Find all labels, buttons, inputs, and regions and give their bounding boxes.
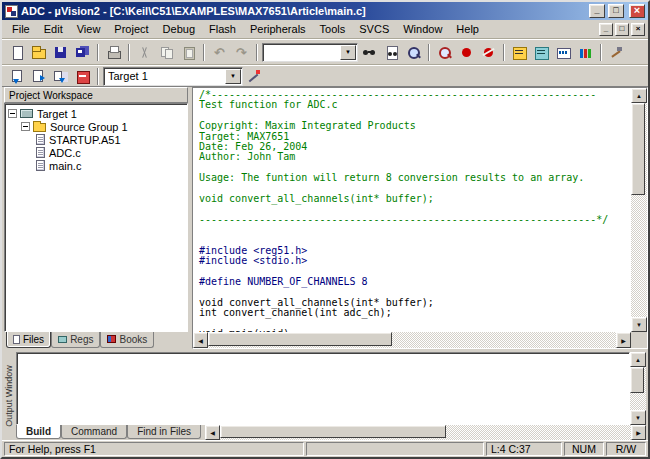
save-all-icon[interactable] — [72, 43, 93, 62]
options-icon[interactable] — [606, 43, 627, 62]
editor-vertical-scrollbar[interactable]: ▲ ▼ — [631, 88, 647, 332]
output-tab-bar: Build Command Find in Files — [16, 425, 201, 440]
translate-icon[interactable] — [6, 67, 27, 86]
tab-books[interactable]: Books — [100, 332, 154, 348]
menu-tools[interactable]: Tools — [313, 21, 353, 37]
find-combo[interactable]: ▼ — [262, 43, 358, 62]
menu-file[interactable]: File — [5, 21, 37, 37]
toolbar-separator — [97, 44, 99, 61]
tab-regs[interactable]: Regs — [51, 332, 100, 348]
scroll-down-icon[interactable]: ▼ — [631, 317, 647, 332]
restore-button[interactable]: □ — [608, 4, 624, 18]
tree-item-source-group-1[interactable]: Source Group 1 — [6, 120, 186, 133]
workspace-header: Project Workspace — [4, 87, 188, 103]
scrollbar-thumb[interactable] — [220, 425, 446, 438]
tab-files[interactable]: Files — [6, 332, 51, 348]
cut-icon[interactable] — [134, 43, 155, 62]
build-output-content[interactable] — [16, 352, 630, 425]
scroll-right-icon[interactable]: ▶ — [631, 425, 646, 440]
scrollbar-track[interactable] — [631, 103, 647, 317]
tab-find-in-files[interactable]: Find in Files — [127, 425, 201, 439]
performance-analyzer-icon[interactable] — [575, 43, 596, 62]
scrollbar-thumb[interactable] — [631, 103, 645, 195]
memory-window-icon[interactable] — [531, 43, 552, 62]
redo-icon[interactable]: ↷ — [231, 43, 252, 62]
menu-window[interactable]: Window — [396, 21, 449, 37]
target-select-combo[interactable]: Target 1 ▼ — [103, 67, 243, 86]
menu-edit[interactable]: Edit — [37, 21, 70, 37]
scroll-left-icon[interactable]: ◀ — [205, 425, 220, 440]
mdi-close-button[interactable]: × — [631, 23, 645, 36]
code-line — [199, 225, 631, 235]
open-icon[interactable] — [28, 43, 49, 62]
target-options-icon[interactable] — [244, 67, 265, 86]
watch-window-icon[interactable] — [509, 43, 530, 62]
menu-svcs[interactable]: SVCS — [352, 21, 396, 37]
print-icon[interactable] — [103, 43, 124, 62]
scrollbar-track[interactable] — [220, 425, 631, 440]
app-icon[interactable] — [5, 5, 18, 18]
close-button[interactable]: × — [629, 4, 645, 18]
find-in-files-icon[interactable] — [381, 43, 402, 62]
tree-item-startup-a51[interactable]: STARTUP.A51 — [6, 133, 186, 146]
collapse-icon[interactable] — [21, 122, 30, 131]
scroll-up-icon[interactable]: ▲ — [630, 352, 646, 367]
scroll-right-icon[interactable]: ▶ — [616, 332, 631, 348]
new-file-icon[interactable] — [6, 43, 27, 62]
menu-flash[interactable]: Flash — [202, 21, 243, 37]
scrollbar-track[interactable] — [208, 332, 616, 348]
output-vertical-scrollbar[interactable]: ▲ ▼ — [630, 352, 646, 425]
mdi-restore-button[interactable]: □ — [615, 23, 629, 36]
scrollbar-thumb[interactable] — [630, 367, 644, 393]
insert-breakpoint-icon[interactable] — [456, 43, 477, 62]
incremental-find-icon[interactable] — [403, 43, 424, 62]
tab-command[interactable]: Command — [61, 425, 127, 439]
undo-icon[interactable]: ↶ — [209, 43, 230, 62]
save-icon[interactable] — [50, 43, 71, 62]
file-icon — [36, 134, 45, 145]
tree-item-main-c[interactable]: main.c — [6, 159, 186, 172]
collapse-icon[interactable] — [8, 109, 17, 118]
menu-project[interactable]: Project — [107, 21, 155, 37]
code-line: Author: John Tam — [199, 152, 631, 162]
scrollbar-track[interactable] — [630, 367, 646, 410]
tree-item-label: Source Group 1 — [50, 121, 128, 133]
scrollbar-thumb[interactable] — [208, 332, 392, 346]
tree-item-adc-c[interactable]: ADC.c — [6, 146, 186, 159]
stop-build-icon[interactable] — [72, 67, 93, 86]
copy-icon[interactable] — [156, 43, 177, 62]
start-debug-icon[interactable] — [434, 43, 455, 62]
editor-horizontal-scrollbar[interactable]: ◀ ▶ — [193, 332, 631, 348]
combo-dropdown-icon[interactable]: ▼ — [225, 69, 241, 84]
combo-dropdown-icon[interactable]: ▼ — [340, 45, 356, 60]
menu-view[interactable]: View — [70, 21, 108, 37]
scroll-down-icon[interactable]: ▼ — [630, 410, 646, 425]
mdi-minimize-button[interactable]: _ — [599, 23, 613, 36]
mdi-window-controls: _ □ × — [599, 23, 645, 36]
code-line: ----------------------------------------… — [199, 215, 631, 225]
scroll-up-icon[interactable]: ▲ — [631, 88, 647, 103]
main-area: Project Workspace Target 1 Source Group … — [2, 87, 648, 349]
serial-window-icon[interactable] — [553, 43, 574, 62]
rebuild-all-icon[interactable] — [50, 67, 71, 86]
toolbar-separator — [503, 44, 505, 61]
menu-help[interactable]: Help — [449, 21, 486, 37]
application-window: ADC - µVision2 - [C:\Keil\C51\EXAMPLES\M… — [0, 0, 650, 459]
tree-item-target-1[interactable]: Target 1 — [6, 107, 186, 120]
project-tree[interactable]: Target 1 Source Group 1 STARTUP.A51 ADC.… — [4, 103, 188, 332]
workspace-tab-bar: Files Regs Books — [4, 332, 188, 349]
build-icon[interactable] — [28, 67, 49, 86]
scroll-left-icon[interactable]: ◀ — [193, 332, 208, 348]
book-icon — [107, 335, 116, 343]
kill-breakpoints-icon[interactable] — [478, 43, 499, 62]
menu-debug[interactable]: Debug — [156, 21, 202, 37]
output-horizontal-scrollbar[interactable]: ◀ ▶ — [205, 425, 646, 440]
minimize-button[interactable]: _ — [589, 4, 605, 18]
title-bar[interactable]: ADC - µVision2 - [C:\Keil\C51\EXAMPLES\M… — [2, 2, 648, 20]
menu-peripherals[interactable]: Peripherals — [243, 21, 313, 37]
paste-icon[interactable] — [178, 43, 199, 62]
tab-build[interactable]: Build — [16, 425, 61, 439]
toolbar-separator — [203, 44, 205, 61]
code-editor[interactable]: /*--------------------------------------… — [193, 88, 631, 332]
find-icon[interactable] — [359, 43, 380, 62]
